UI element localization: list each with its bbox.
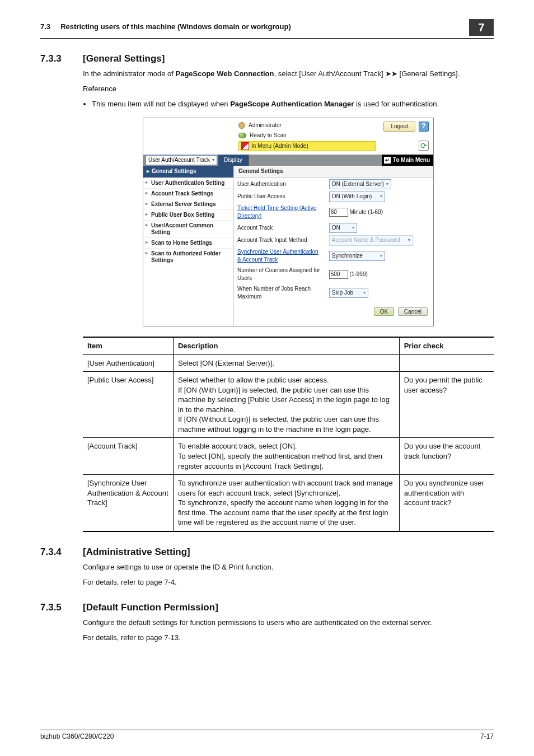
to-main-label: To Main Menu [393, 156, 430, 165]
footer-model: bizhub C360/C280/C220 [40, 732, 114, 740]
select-value: ON [332, 224, 340, 232]
nav-item[interactable]: Scan to Home Settings [143, 237, 233, 248]
running-header: 7.3 Restricting users of this machine (W… [40, 22, 494, 39]
category-select[interactable]: User Auth/Account Track [146, 155, 217, 166]
nav-item[interactable]: Scan to Authorized Folder Settings [143, 248, 233, 265]
side-nav: General Settings User Authentication Set… [143, 166, 234, 326]
intro-arrow-icon: ➤➤ [385, 69, 397, 78]
counters-suffix: (1-999) [350, 271, 368, 277]
cell-desc: Select [ON (External Server)]. [173, 354, 399, 372]
header-section-number: 7.3 [40, 22, 50, 31]
section-7-3-3: 7.3.3 [General Settings] In the administ… [40, 53, 494, 532]
cell-desc: To enable account track, select [ON]. To… [173, 438, 399, 475]
row-label: Synchronize User Authentication & Accoun… [234, 247, 326, 265]
input-method-select[interactable]: Account Name & Password [329, 235, 413, 246]
col-desc: Description [173, 337, 399, 354]
logout-button[interactable]: Logout [383, 122, 415, 132]
status-indicator-icon [238, 133, 246, 138]
user-auth-select[interactable]: ON (External Server) [329, 179, 391, 190]
nav-item[interactable]: Account Track Settings [143, 188, 233, 199]
sync-select[interactable]: Synchronize [329, 251, 385, 262]
mode-banner: In Menu (Admin Mode) [238, 141, 376, 152]
intro-mid: , select [User Auth/Account Track] [274, 69, 386, 78]
nav-item[interactable]: External Server Settings [143, 199, 233, 209]
section-text: Configure the default settings for funct… [83, 618, 494, 628]
running-header-title: 7.3 Restricting users of this machine (W… [40, 22, 291, 31]
select-value: ON (External Server) [332, 180, 384, 189]
cell-prior: Do you use the account track function? [399, 438, 494, 475]
row-label: Ticket Hold Time Setting (Active Directo… [234, 203, 326, 222]
admin-label: Administrator [249, 122, 282, 130]
section-text: For details, refer to page 7-4. [83, 577, 494, 588]
ticket-suffix: Minute (1-60) [350, 209, 383, 215]
select-value: ON (With Login) [332, 193, 372, 201]
help-button[interactable]: ? [419, 122, 429, 132]
table-row: [Account Track] To enable account track,… [83, 438, 494, 475]
cell-item: [Account Track] [83, 438, 173, 475]
description-table: Item Description Prior check [User Authe… [83, 337, 494, 532]
nav-item[interactable]: User Authentication Setting [143, 178, 233, 188]
table-row: [User Authentication] Select [ON (Extern… [83, 354, 494, 372]
public-user-select[interactable]: ON (With Login) [329, 192, 385, 202]
side-nav-active[interactable]: General Settings [143, 166, 233, 178]
ticket-minutes-input[interactable]: 60 [329, 208, 348, 217]
cell-desc: To synchronize user authentication with … [173, 475, 399, 531]
to-main-menu-button[interactable]: ↵ To Main Menu [382, 155, 433, 166]
bullet-pre: This menu item will not be displayed whe… [92, 100, 230, 108]
panel-title: General Settings [234, 166, 433, 178]
sync-link[interactable]: Synchronize User Authentication & Accoun… [237, 249, 318, 263]
account-track-select[interactable]: ON [329, 223, 357, 234]
chapter-number: 7 [478, 21, 484, 34]
cancel-button[interactable]: Cancel [398, 307, 428, 316]
refresh-button[interactable]: ⟳ [419, 141, 429, 151]
nav-bar: User Auth/Account Track Display ↵ To Mai… [143, 155, 433, 166]
row-label: Account Track Input Method [234, 234, 326, 247]
bullet-product: PageScope Authentication Manager [230, 100, 354, 108]
to-main-icon: ↵ [384, 157, 391, 164]
nav-item[interactable]: Public User Box Setting [143, 209, 233, 220]
row-label: Number of Counters Assigned for Users [234, 265, 326, 284]
category-select-value: User Auth/Account Track [148, 156, 210, 165]
intro-product: PageScope Web Connection [175, 69, 274, 78]
status-text: Ready to Scan [250, 132, 287, 140]
col-prior: Prior check [399, 337, 494, 354]
display-button[interactable]: Display [218, 155, 249, 166]
section-7-3-5: 7.3.5 [Default Function Permission] Conf… [40, 602, 494, 643]
section-number: 7.3.5 [40, 602, 69, 613]
row-label: When Number of Jobs Reach Maximum [234, 284, 326, 302]
max-jobs-select[interactable]: Skip Job [329, 288, 368, 298]
ok-button[interactable]: OK [374, 307, 394, 316]
table-row: [Synchronize User Authentication & Accou… [83, 475, 494, 531]
page-footer: bizhub C360/C280/C220 7-17 [40, 730, 494, 740]
reference-label: Reference [83, 84, 494, 95]
select-value: Skip Job [332, 289, 353, 297]
section-title: [General Settings] [83, 53, 165, 64]
footer-page: 7-17 [480, 732, 494, 740]
intro-pre: In the administrator mode of [83, 69, 175, 78]
reference-item: This menu item will not be displayed whe… [92, 99, 494, 110]
col-item: Item [83, 337, 173, 354]
select-value: Synchronize [332, 252, 363, 260]
section-number: 7.3.3 [40, 53, 69, 64]
section-text: Configure settings to use or operate the… [83, 562, 494, 573]
counters-input[interactable]: 500 [329, 270, 348, 279]
row-label: User Authentication [234, 178, 326, 191]
chapter-badge: 7 [469, 19, 494, 36]
row-label: Public User Access [234, 190, 326, 203]
ticket-link[interactable]: Ticket Hold Time Setting (Active Directo… [237, 205, 316, 220]
header-title: Restricting users of this machine (Windo… [60, 22, 291, 31]
embedded-screenshot: Administrator Logout ? Ready to Scan [143, 118, 434, 327]
admin-icon [238, 122, 245, 129]
section-text: For details, refer to page 7-13. [83, 633, 494, 643]
cell-prior: Do you synchronize user authentication w… [399, 475, 494, 531]
settings-form: User Authentication ON (External Server)… [234, 178, 433, 302]
intro-paragraph: In the administrator mode of PageScope W… [83, 69, 494, 80]
section-7-3-4: 7.3.4 [Administrative Setting] Configure… [40, 547, 494, 588]
cell-prior: Do you permit the public user access? [399, 372, 494, 438]
bullet-post: is used for authentication. [354, 100, 439, 108]
nav-item[interactable]: User/Account Common Setting [143, 220, 233, 237]
section-title: [Administrative Setting] [83, 547, 190, 558]
cell-prior [399, 354, 494, 372]
cell-item: [Public User Access] [83, 372, 173, 438]
mode-text: In Menu (Admin Mode) [251, 142, 308, 151]
